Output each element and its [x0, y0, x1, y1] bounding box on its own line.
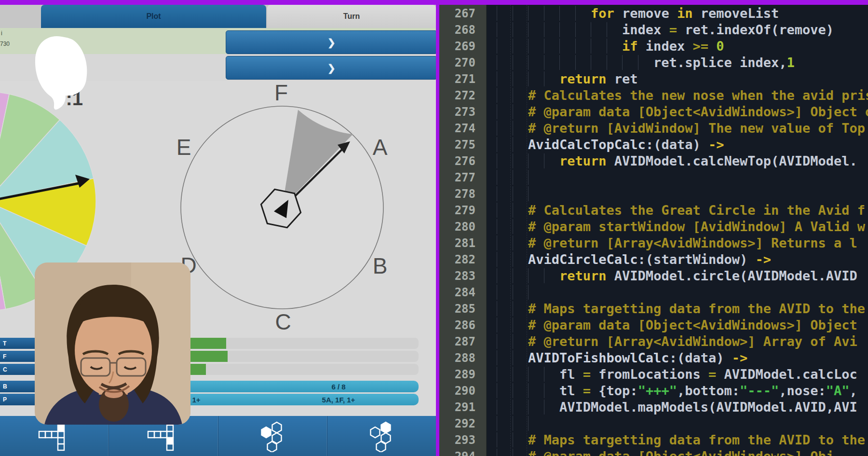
line-number: 286	[455, 317, 475, 333]
webcam-portrait	[35, 263, 190, 425]
code-line: # Maps targetting data from the AVID to …	[497, 301, 865, 317]
avid-vector-arrow	[285, 141, 350, 207]
nose-triangle-icon	[274, 200, 288, 218]
line-number: 267	[455, 5, 475, 22]
code-line: if index >= 0	[497, 38, 724, 55]
left-edge-text-fragment: -	[0, 106, 2, 113]
toolbar-button-hex-map-alt[interactable]	[327, 416, 436, 456]
code-area[interactable]: for remove in removeList index = ret.ind…	[486, 0, 868, 456]
pie-slice	[0, 179, 96, 246]
code-line: AvidCircleCalc:(startWindow) ->	[497, 251, 771, 268]
tab-plot[interactable]: Plot	[41, 5, 266, 28]
line-number: 268	[455, 22, 475, 38]
code-line: AVIDModel.mapModels(AVIDModel.AVID,AVI	[497, 399, 857, 415]
next-button-secondary[interactable]: ❯	[226, 56, 436, 80]
ship-hexagon-icon	[261, 189, 300, 227]
line-number: 279	[455, 202, 475, 219]
line-number-gutter: 2672682692702712722732742752762772782792…	[439, 0, 487, 456]
avid-letter-A: A	[373, 135, 388, 160]
hex-cluster-alt-icon	[366, 420, 397, 452]
line-number: 281	[455, 235, 475, 251]
line-number: 282	[455, 251, 475, 268]
avid-direction-labels: FABCDE	[176, 80, 388, 334]
pie-heading-arrow	[0, 175, 90, 201]
line-number: 287	[455, 333, 475, 350]
code-line: # Calculates the new nose when the avid …	[497, 87, 868, 104]
code-line: AVIDToFishbowlCalc:(data) ->	[497, 350, 747, 366]
code-line: for remove in removeList	[497, 5, 779, 22]
grid-plot-icon	[38, 421, 71, 451]
code-line: # @param data [Object<AvidWindows>] Obje…	[497, 104, 868, 120]
left-panel: Plot Turn i 730 - ❯ ❯ V:1	[0, 0, 436, 456]
code-line: return AVIDModel.calcNewTop(AVIDModel.	[497, 153, 857, 169]
line-number: 288	[455, 350, 475, 366]
line-number: 285	[455, 301, 475, 317]
chevron-right-icon: ❯	[327, 62, 336, 74]
code-line: # @param data [Object<AvidWindows>] Obje…	[497, 317, 857, 333]
line-number: 284	[455, 284, 475, 301]
app-window: Plot Turn i 730 - ❯ ❯ V:1	[0, 0, 868, 456]
line-number: 294	[455, 448, 475, 456]
code-line	[497, 169, 536, 186]
line-number: 278	[455, 186, 475, 202]
pie-slice	[0, 201, 5, 311]
toolbar-button-hex-map[interactable]	[218, 416, 327, 456]
line-number: 271	[455, 71, 475, 87]
code-line: # @param startWindow [AvidWindow] A Vali…	[497, 219, 865, 235]
code-line: # @return [Array<AvidWindows>] Returns a…	[497, 235, 857, 251]
pie-slice	[0, 120, 94, 201]
avid-letter-C: C	[275, 309, 291, 334]
grid-plot-alt-icon	[147, 421, 180, 451]
line-number: 272	[455, 87, 475, 104]
line-number: 289	[455, 366, 475, 383]
status-text: 6 / 8	[257, 381, 420, 392]
line-number: 270	[455, 55, 475, 71]
line-number: 274	[455, 120, 475, 137]
status-text: 5A, 1F, 1+	[257, 394, 420, 405]
top-purple-bar	[0, 0, 868, 5]
left-edge-text-fragment: i	[1, 30, 2, 37]
code-line: # Calculates the Great Circle in the Avi…	[497, 202, 865, 219]
line-number: 290	[455, 383, 475, 399]
code-line: AvidCalcTopCalc:(data) ->	[497, 137, 724, 153]
avid-circle: FABCDE	[176, 80, 388, 334]
line-number: 276	[455, 153, 475, 169]
code-line: ret.splice index,1	[497, 55, 795, 71]
code-line: return ret	[497, 71, 638, 87]
line-number: 280	[455, 219, 475, 235]
line-number: 283	[455, 268, 475, 284]
line-number: 291	[455, 399, 475, 415]
line-number: 277	[455, 169, 475, 186]
avid-letter-B: B	[373, 253, 388, 278]
chevron-right-icon: ❯	[327, 37, 336, 48]
code-line: index = ret.indexOf(remove)	[497, 22, 834, 38]
line-number: 275	[455, 137, 475, 153]
next-button[interactable]: ❯	[226, 30, 436, 54]
code-line	[497, 415, 536, 432]
avid-letter-F: F	[274, 80, 288, 105]
pie-version-label: V:1	[54, 88, 83, 110]
code-line: # @param data [Object<AvidWindows>] Obj	[497, 448, 834, 456]
code-line: return AVIDModel.circle(AVIDModel.AVID	[497, 268, 857, 284]
code-line: tl = {top:"+++",bottom:"---",nose:"A",	[497, 383, 857, 399]
tab-bar: Plot Turn	[0, 5, 436, 28]
line-number: 273	[455, 104, 475, 120]
code-editor[interactable]: 2672682692702712722732742752762772782792…	[439, 0, 868, 456]
code-line: # @return [Array<AvidWindow>] Array of A…	[497, 333, 857, 350]
avid-threat-wedge	[282, 110, 353, 207]
portrait-image	[35, 263, 190, 425]
window-accent-border	[436, 0, 439, 456]
tab-turn[interactable]: Turn	[267, 5, 436, 28]
line-number: 269	[455, 38, 475, 55]
left-edge-text-fragment: 730	[0, 41, 10, 47]
line-number: 293	[455, 432, 475, 448]
code-line: # @return [AvidWindow] The new value of …	[497, 120, 865, 137]
avid-letter-E: E	[176, 135, 191, 160]
code-line	[497, 284, 536, 301]
line-number: 292	[455, 415, 475, 432]
code-line	[497, 186, 536, 202]
code-line: fl = fromLocations = AVIDModel.calcLoc	[497, 366, 857, 383]
code-line: # Maps targetting data from the AVID to …	[497, 432, 865, 448]
hex-cluster-icon	[257, 420, 288, 452]
pie-slice	[0, 94, 60, 201]
